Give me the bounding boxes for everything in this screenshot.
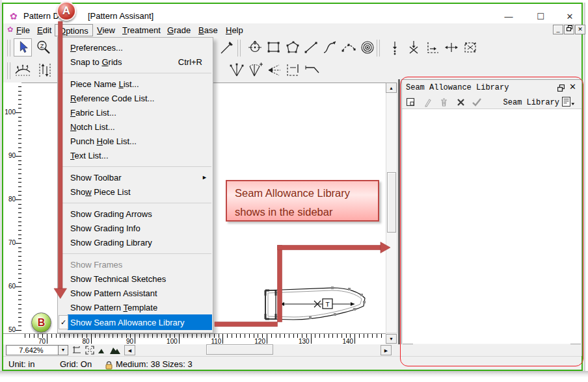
- menu-item-preferences[interactable]: Preferences...: [58, 40, 213, 55]
- measure-down-tool-icon[interactable]: [386, 38, 404, 57]
- menubar-item-base[interactable]: Base: [194, 24, 222, 36]
- notch-curve-tool-icon[interactable]: [14, 61, 32, 79]
- menu-item-show-piece-list[interactable]: Show Piece List: [58, 185, 213, 199]
- menu-item-piece-name-list[interactable]: Piece Name List...: [58, 77, 213, 91]
- hscroll-right-button[interactable]: ▶: [381, 345, 392, 355]
- toolbar-gripper[interactable]: [7, 40, 10, 57]
- vruler-label: 70: [3, 239, 16, 246]
- pencil-line-tool-icon[interactable]: [218, 38, 236, 57]
- menu-item-show-grading-library[interactable]: Show Grading Library: [58, 235, 213, 249]
- menu-item-label: Show Grading Arrows: [70, 209, 152, 219]
- menubar-item-help[interactable]: Help: [222, 24, 247, 36]
- menu-item-snap-to-grids[interactable]: Snap to GridsCtrl+R: [58, 55, 213, 69]
- menu-item-show-pattern-template[interactable]: Show Pattern Template: [58, 300, 213, 314]
- hruler-tick: [126, 334, 127, 338]
- mdi-restore-button[interactable]: [564, 25, 574, 34]
- vruler-tick: [18, 269, 21, 270]
- polygon-tool-icon[interactable]: [284, 38, 302, 57]
- menu-item-show-toolbar[interactable]: Show Toolbar►: [58, 170, 213, 185]
- crop-view-icon[interactable]: [71, 345, 83, 355]
- hruler-tick: [258, 334, 258, 338]
- hruler-tick: [227, 334, 228, 338]
- vruler-tick: [18, 160, 21, 161]
- menu-item-show-technical-sketches[interactable]: Show Technical Sketches: [58, 272, 213, 286]
- vruler-tick: [18, 86, 21, 87]
- fan-plus-tool-icon[interactable]: [247, 61, 265, 79]
- canvas-vertical-scrollbar[interactable]: ▲: [386, 83, 397, 333]
- vruler-tick: [18, 191, 21, 192]
- line-tool-icon[interactable]: [302, 38, 320, 57]
- app-icon: ✿: [10, 11, 18, 21]
- annotation-badge-b: B: [31, 312, 51, 333]
- menubar-item-edit[interactable]: Edit: [33, 24, 55, 36]
- menubar-item-options[interactable]: Options: [55, 24, 93, 36]
- vruler-tick: [18, 186, 21, 187]
- menu-item-label: Show Piece List: [70, 187, 131, 197]
- measure-corner-tool-icon[interactable]: [423, 38, 442, 57]
- menu-item-label: Show Grading Info: [70, 223, 140, 233]
- menu-item-show-seam-allowance-library[interactable]: ✓Show Seam Allowance Library: [58, 314, 213, 330]
- vruler-tick: [18, 238, 21, 239]
- fan-tool-icon[interactable]: [228, 61, 246, 79]
- hruler-tick: [236, 334, 237, 338]
- zoom-combobox[interactable]: 7.642% ▼: [6, 345, 68, 355]
- menubar-item-file[interactable]: File: [12, 24, 34, 36]
- scroll-down-button[interactable]: ▼: [386, 334, 397, 344]
- corner-line-tool-icon[interactable]: [303, 61, 321, 79]
- select-tool-icon[interactable]: [14, 38, 32, 57]
- mdi-close-button[interactable]: ✕: [575, 25, 585, 34]
- vruler-tick: [18, 178, 21, 179]
- arc-handles-tool-icon[interactable]: [340, 38, 358, 57]
- menu-item-text-list[interactable]: Text List...: [58, 148, 213, 162]
- fit-view-icon[interactable]: [84, 345, 96, 355]
- hruler-tick: [174, 334, 175, 338]
- menu-item-show-pattern-assistant[interactable]: Show Pattern Assistant: [58, 286, 213, 300]
- scroll-up-button[interactable]: ▲: [386, 83, 397, 93]
- menu-item-show-grading-arrows[interactable]: Show Grading Arrows: [58, 207, 213, 221]
- menubar-item-treatment[interactable]: Treatment: [118, 24, 165, 36]
- hruler-tick: [183, 334, 184, 338]
- close-button[interactable]: ✕: [563, 12, 576, 21]
- zoom-z-tool-icon[interactable]: Z: [34, 38, 53, 57]
- transform-box-tool-icon[interactable]: [461, 38, 479, 57]
- hruler-tick: [187, 334, 188, 338]
- measure-x-tool-icon[interactable]: [405, 38, 423, 57]
- minimize-button[interactable]: —: [502, 12, 515, 21]
- vruler-tick: [18, 309, 21, 309]
- toolbar-gripper[interactable]: [7, 62, 10, 79]
- corner-ruler-tool-icon[interactable]: [284, 61, 302, 79]
- zoom-out-mountain-icon[interactable]: [97, 345, 109, 355]
- move-point-tool-icon[interactable]: [246, 38, 264, 57]
- hruler-tick: [56, 334, 57, 338]
- menubar-item-grade[interactable]: Grade: [163, 24, 194, 36]
- menu-item-label: Snap to Grids: [70, 57, 122, 67]
- updown-dashed-tool-icon[interactable]: [36, 61, 54, 79]
- vruler-tick: [16, 286, 21, 287]
- hruler-tick: [297, 334, 298, 338]
- sidebar-highlight-outline: [400, 77, 583, 366]
- hscroll-left-button[interactable]: ◀: [124, 345, 135, 355]
- menubar-item-view[interactable]: View: [93, 24, 119, 36]
- concentric-tool-icon[interactable]: [358, 38, 377, 57]
- menu-item-show-frames[interactable]: Show Frames: [58, 257, 213, 272]
- zoom-in-mountain-icon[interactable]: [109, 345, 121, 355]
- vertical-scroll-thumb[interactable]: [387, 172, 396, 233]
- curve-tool-icon[interactable]: [321, 38, 339, 57]
- measure-plus-tool-icon[interactable]: [442, 38, 461, 57]
- zoom-dropdown-icon[interactable]: ▼: [58, 346, 68, 355]
- hruler-tick: [77, 334, 78, 338]
- pattern-piece-drawing[interactable]: T: [257, 279, 374, 328]
- vruler-tick: [18, 291, 21, 292]
- horizontal-scroll-thumb[interactable]: [206, 344, 273, 355]
- menu-item-punch-hole-list[interactable]: Punch Hole List...: [58, 134, 213, 148]
- maximize-button[interactable]: ☐: [534, 12, 547, 21]
- hruler-tick: [254, 334, 254, 338]
- mdi-minimize-button[interactable]: _: [553, 25, 563, 34]
- hruler-tick: [113, 334, 113, 338]
- menu-item-reference-code-list[interactable]: Reference Code List...: [58, 91, 213, 105]
- menu-item-show-grading-info[interactable]: Show Grading Info: [58, 221, 213, 235]
- menu-item-notch-list[interactable]: Notch List...: [58, 120, 213, 134]
- rect-tool-icon[interactable]: [265, 38, 283, 57]
- fan-arrows-tool-icon[interactable]: [265, 61, 284, 79]
- menu-item-fabric-list[interactable]: Fabric List...: [58, 105, 213, 120]
